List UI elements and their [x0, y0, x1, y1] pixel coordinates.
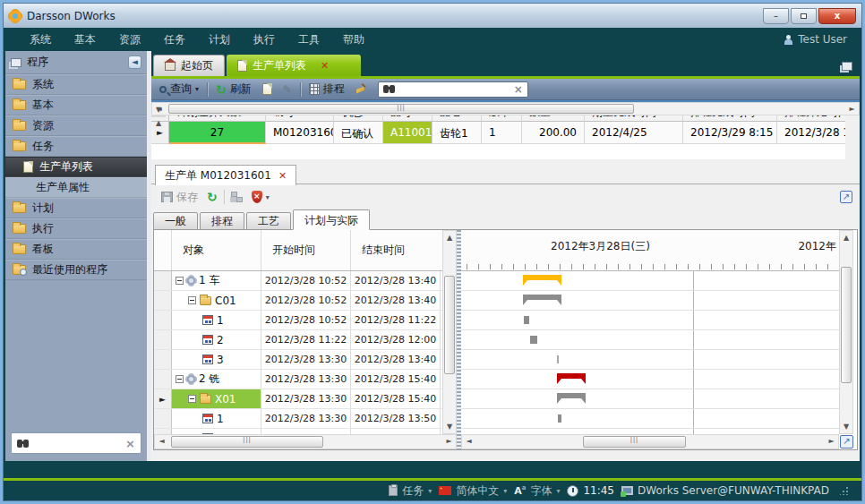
open-external-icon[interactable]: ↗	[840, 191, 852, 203]
gantt-bar-summary[interactable]	[557, 393, 586, 404]
tree-row[interactable]: C01 2012/3/28 10:52 2012/3/28 13:40	[154, 291, 442, 311]
edit-button[interactable]: ✎	[280, 81, 295, 98]
detail-doc-tab[interactable]: 生产单 M012031601 ✕	[155, 165, 296, 185]
sidebar-search-clear-icon[interactable]: ×	[125, 437, 135, 450]
gantt-vertical-scrollbar[interactable]: ▲ ▼	[839, 230, 853, 434]
tree-horizontal-scrollbar[interactable]: ◄ ►	[154, 434, 457, 449]
minimize-button[interactable]: –	[763, 8, 789, 24]
status-task-menu[interactable]: 任务 ▾	[389, 483, 432, 499]
scroll-up-icon[interactable]: ▲	[840, 231, 852, 244]
gantt-bar-task[interactable]	[524, 316, 529, 324]
restore-button[interactable]	[791, 8, 817, 24]
menu-plan[interactable]: 计划	[197, 29, 242, 51]
gantt-row[interactable]	[461, 370, 839, 389]
cell-status[interactable]: 已确认	[334, 122, 383, 144]
sidebar-item-recent-programs[interactable]: 最近使用的程序	[5, 260, 147, 280]
gantt-bar-task[interactable]	[557, 355, 559, 363]
detail-tab-close-icon[interactable]: ✕	[278, 170, 287, 182]
cell-code[interactable]: M012031601	[266, 122, 334, 144]
tab-home[interactable]: 起始页	[153, 55, 225, 76]
query-button[interactable]: 查询 ▾	[157, 80, 201, 98]
cell-sched-finish[interactable]: 2012/3/29 8:15	[683, 122, 777, 144]
toolbar-search-clear-icon[interactable]: ×	[514, 83, 523, 96]
menu-help[interactable]: 帮助	[331, 29, 376, 51]
tree-col-object[interactable]: 对象	[172, 230, 261, 270]
cell-item-name[interactable]: 齿轮1	[432, 122, 482, 144]
scrollbar-thumb[interactable]	[841, 267, 852, 383]
menu-task[interactable]: 任务	[152, 29, 197, 51]
window-list-icon[interactable]	[842, 62, 852, 71]
sidebar-collapse-button[interactable]: ◄	[128, 56, 141, 69]
gantt-row[interactable]	[461, 409, 839, 429]
sidebar-item-task[interactable]: 任务	[5, 136, 147, 157]
subtab-schedule[interactable]: 排程	[200, 212, 244, 230]
collapse-box-icon[interactable]	[176, 277, 184, 285]
collapse-box-icon[interactable]	[188, 395, 196, 403]
tree-col-end[interactable]: 结束时间	[351, 230, 441, 270]
tree-vertical-scrollbar[interactable]: ▲ ▼	[442, 230, 457, 434]
toolbar-search-box[interactable]: ×	[378, 81, 528, 98]
menu-resource[interactable]: 资源	[107, 29, 152, 51]
refresh-icon[interactable]: ↻	[207, 192, 218, 202]
tree-row-selected[interactable]: ► X01 2012/3/28 13:30 2012/3/28 15:40	[154, 389, 442, 409]
new-button[interactable]	[260, 81, 275, 97]
tab-production-order-list[interactable]: 生产单列表 ✕	[227, 55, 361, 76]
cell-version[interactable]: 1	[482, 122, 522, 144]
collapse-box-icon[interactable]	[188, 296, 196, 304]
scrollbar-thumb[interactable]	[583, 436, 686, 448]
sidebar-item-production-order-props[interactable]: 生产单属性	[5, 177, 147, 198]
sidebar-item-basic[interactable]: 基本	[5, 95, 147, 115]
grid-data-row[interactable]: ► 27 M012031601 已确认 A11001 齿轮1 1 200.00 …	[151, 122, 845, 144]
grid-horizontal-scrollbar[interactable]: ◄ ►	[151, 102, 860, 115]
gantt-horizontal-scrollbar[interactable]: ◄ ►	[461, 434, 839, 449]
cell-qty[interactable]: 200.00	[522, 122, 585, 144]
subtab-process[interactable]: 工艺	[246, 212, 291, 230]
scroll-left-icon[interactable]: ◄	[462, 435, 475, 448]
gantt-row[interactable]	[461, 330, 839, 350]
scroll-up-icon[interactable]: ▲	[152, 116, 165, 130]
cell-diff-days[interactable]: 27	[169, 122, 266, 144]
save-button[interactable]: 保存	[158, 188, 201, 207]
current-user[interactable]: Test User	[784, 33, 847, 46]
sidebar-item-board[interactable]: 看板	[5, 239, 147, 260]
tree-row[interactable]: 1 2012/3/28 10:52 2012/3/28 11:22	[154, 311, 442, 330]
menu-execute[interactable]: 执行	[242, 29, 287, 51]
tree-row[interactable]: 1 2012/3/28 13:30 2012/3/28 13:50	[154, 409, 442, 429]
subtab-plan-vs-actual[interactable]: 计划与实际	[293, 209, 370, 230]
scrollbar-thumb[interactable]	[171, 436, 323, 448]
gantt-bar-summary[interactable]	[523, 295, 561, 305]
scroll-up-icon[interactable]: ▲	[443, 231, 456, 244]
scrollbar-thumb[interactable]	[168, 104, 634, 114]
gantt-expand-icon[interactable]: ↗	[840, 435, 853, 448]
cell-expected-finish[interactable]: 2012/4/25	[585, 122, 683, 144]
flow-icon[interactable]	[231, 192, 243, 202]
clean-button[interactable]	[353, 81, 371, 98]
tree-row[interactable]: 2 铣 2012/3/28 13:30 2012/3/28 15:40	[154, 370, 442, 389]
cell-sched-start[interactable]: 2012/3/28 10:52	[777, 122, 845, 144]
refresh-button[interactable]: ↻ 刷新	[213, 80, 254, 98]
gantt-bar-task[interactable]	[530, 336, 537, 344]
sidebar-item-execute[interactable]: 执行	[5, 218, 147, 239]
scroll-down-icon[interactable]: ▼	[840, 420, 852, 433]
resize-grip[interactable]	[840, 486, 849, 495]
close-button[interactable]: x	[818, 8, 856, 24]
gantt-bar-summary[interactable]	[557, 373, 586, 384]
status-language-menu[interactable]: 简体中文 ▾	[439, 483, 507, 499]
gantt-row[interactable]	[461, 271, 839, 291]
status-font-menu[interactable]: Aa 字体 ▾	[514, 483, 560, 499]
sidebar-item-production-order-list[interactable]: 生产单列表	[5, 157, 147, 177]
menu-system[interactable]: 系统	[18, 29, 63, 51]
gantt-row[interactable]	[461, 350, 839, 370]
scroll-down-icon[interactable]: ▼	[152, 103, 165, 116]
tree-row[interactable]: 3 2012/3/28 13:30 2012/3/28 13:40	[154, 350, 442, 370]
gantt-row[interactable]	[461, 389, 839, 409]
gantt-row[interactable]	[461, 291, 839, 311]
menu-basic[interactable]: 基本	[63, 29, 107, 51]
sidebar-item-resource[interactable]: 资源	[5, 115, 147, 136]
tree-row[interactable]: 1 车 2012/3/28 10:52 2012/3/28 13:40	[154, 271, 442, 291]
scroll-right-icon[interactable]: ►	[442, 435, 456, 448]
grid-vertical-scrollbar[interactable]: ▲ ▼	[151, 115, 166, 117]
cell-item-no[interactable]: A11001	[383, 122, 432, 144]
scrollbar-thumb[interactable]	[444, 276, 455, 374]
scroll-right-icon[interactable]: ►	[845, 103, 859, 115]
